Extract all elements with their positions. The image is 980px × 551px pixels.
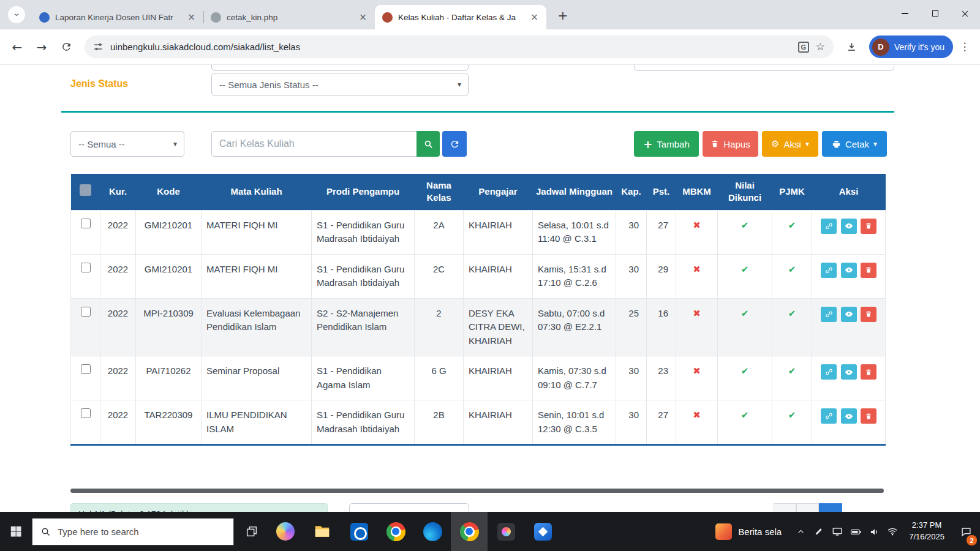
reload-button[interactable] — [55, 36, 77, 58]
nilai-dikunci-status-icon: ✔ — [718, 356, 772, 400]
view-action-button[interactable] — [841, 364, 857, 380]
taskbar-app-edge[interactable] — [414, 512, 451, 551]
tray-battery-button[interactable] — [846, 512, 865, 551]
news-icon — [715, 523, 732, 540]
link-action-button[interactable] — [821, 307, 837, 322]
delete-action-button[interactable] — [861, 263, 876, 278]
tray-display-button[interactable] — [828, 512, 846, 551]
link-action-button[interactable] — [821, 263, 837, 278]
search-button[interactable] — [417, 131, 440, 157]
hapus-button[interactable]: Hapus — [703, 131, 758, 157]
bookmark-star-icon[interactable] — [816, 40, 825, 53]
jenis-status-select[interactable]: -- Semua Jenis Status -- — [211, 73, 469, 96]
taskbar-app-chrome[interactable] — [377, 512, 414, 551]
pagination-current-page[interactable] — [819, 503, 842, 512]
delete-action-button[interactable] — [861, 364, 876, 380]
cetak-label: Cetak — [845, 139, 869, 149]
browser-menu-button[interactable] — [956, 36, 974, 58]
table-header-row: Kur. Kode Mata Kuliah Prodi Pengampu Nam… — [71, 174, 886, 210]
cetak-dropdown-button[interactable]: Cetak — [822, 131, 887, 157]
taskbar-app-chrome-active[interactable] — [451, 512, 488, 551]
search-input[interactable] — [211, 131, 417, 157]
tab-close-icon[interactable]: × — [529, 12, 540, 23]
aksi-dropdown-button[interactable]: Aksi — [762, 131, 818, 157]
view-action-button[interactable] — [841, 408, 857, 424]
tray-overflow-button[interactable] — [791, 512, 810, 551]
taskbar-search-input[interactable]: Type here to search — [32, 518, 234, 545]
task-view-button[interactable] — [236, 512, 267, 551]
browser-profile-button[interactable] — [8, 6, 25, 23]
taskbar-app-paint[interactable] — [488, 512, 524, 551]
reload-icon — [61, 41, 72, 53]
view-action-button[interactable] — [841, 263, 857, 278]
row-checkbox[interactable] — [81, 364, 91, 374]
link-action-button[interactable] — [821, 219, 837, 234]
chevron-up-icon — [797, 528, 805, 536]
pagination-button[interactable] — [796, 503, 819, 512]
row-checkbox[interactable] — [81, 263, 91, 272]
row-checkbox[interactable] — [81, 307, 91, 317]
delete-action-button[interactable] — [861, 307, 876, 322]
cell-prodi-pengampu: S2 - S2-Manajemen Pendidikan Islam — [312, 298, 415, 356]
window-close-button[interactable] — [950, 0, 980, 27]
page-size-select[interactable] — [349, 503, 469, 512]
cell-peserta: 23 — [647, 356, 676, 400]
cut-off-select[interactable] — [634, 64, 894, 71]
tray-volume-button[interactable] — [865, 512, 883, 551]
cut-off-select[interactable] — [211, 64, 469, 71]
row-checkbox[interactable] — [81, 408, 91, 418]
tab-close-icon[interactable]: × — [357, 12, 369, 23]
table-row: 2022 GMI210201 MATERI FIQH MI S1 - Pendi… — [71, 210, 886, 254]
tab-kelas-kuliah-active[interactable]: Kelas Kuliah - Daftar Kelas & Ja × — [375, 5, 546, 29]
horizontal-scrollbar[interactable] — [70, 489, 884, 493]
tab-close-icon[interactable]: × — [186, 12, 197, 23]
link-icon — [825, 412, 833, 420]
tab-laporan-kinerja[interactable]: Laporan Kinerja Dosen UIN Fatr × — [32, 5, 203, 29]
tray-network-button[interactable] — [883, 512, 902, 551]
edge-icon — [423, 522, 442, 541]
news-widget[interactable]: Berita sela — [706, 512, 791, 551]
start-button[interactable] — [0, 512, 32, 551]
tray-pen-button[interactable] — [810, 512, 828, 551]
refresh-button[interactable] — [442, 131, 467, 157]
pjmk-status-icon: ✔ — [772, 210, 812, 254]
link-action-button[interactable] — [821, 364, 837, 380]
tambah-label: Tambah — [657, 139, 689, 149]
chevron-down-icon — [805, 140, 809, 148]
url-text: uinbengkulu.siakadcloud.com/siakad/list_… — [110, 42, 791, 52]
delete-action-button[interactable] — [861, 219, 876, 234]
site-settings-icon[interactable] — [93, 42, 104, 52]
pagination-button[interactable] — [774, 503, 796, 512]
window-maximize-button[interactable] — [920, 0, 950, 27]
view-action-button[interactable] — [841, 219, 857, 234]
tambah-button[interactable]: Tambah — [634, 131, 699, 157]
new-tab-button[interactable]: + — [554, 7, 571, 24]
back-button[interactable]: ← — [6, 36, 28, 58]
scope-select[interactable]: -- Semua -- — [70, 131, 184, 157]
forward-button[interactable]: → — [31, 36, 53, 58]
action-center-button[interactable]: 2 — [952, 512, 980, 551]
delete-action-button[interactable] — [861, 408, 876, 424]
scope-select-value: -- Semua -- — [78, 139, 125, 149]
view-action-button[interactable] — [841, 307, 857, 322]
notification-badge: 2 — [967, 535, 977, 545]
taskbar-clock[interactable]: 2:37 PM 7/16/2025 — [902, 520, 952, 543]
window-minimize-button[interactable] — [890, 0, 920, 27]
downloads-button[interactable] — [841, 36, 863, 58]
verify-profile-chip[interactable]: D Verify it's you — [869, 36, 953, 58]
taskbar-app-outlook[interactable] — [341, 512, 377, 551]
translate-icon[interactable] — [798, 42, 809, 53]
taskbar-app-photos[interactable] — [524, 512, 561, 551]
tab-cetak-kin[interactable]: cetak_kin.php × — [203, 5, 375, 29]
cell-kurikulum: 2022 — [100, 298, 136, 356]
link-action-button[interactable] — [821, 408, 837, 424]
cell-nama-kelas: 2B — [415, 400, 464, 445]
table-row: 2022 GMI210201 MATERI FIQH MI S1 - Pendi… — [71, 254, 886, 298]
taskbar-app-copilot[interactable] — [267, 512, 304, 551]
mbkm-status-icon: ✖ — [676, 356, 718, 400]
address-bar[interactable]: uinbengkulu.siakadcloud.com/siakad/list_… — [85, 36, 834, 58]
tab-favicon-icon — [211, 12, 221, 23]
taskbar-app-file-explorer[interactable] — [304, 512, 341, 551]
row-checkbox[interactable] — [81, 219, 91, 228]
select-all-checkbox[interactable] — [80, 184, 91, 196]
